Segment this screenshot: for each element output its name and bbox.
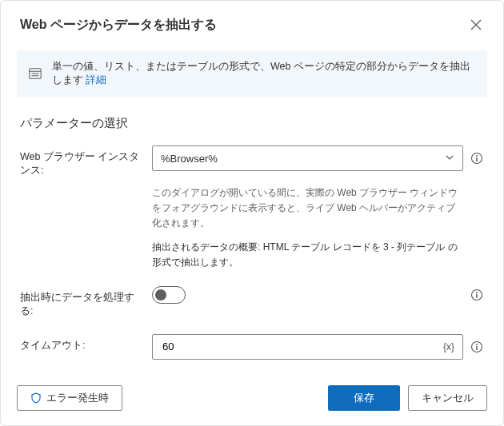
- svg-point-8: [476, 292, 478, 293]
- row-timeout: タイムアウト: {x}: [20, 326, 484, 368]
- browser-instance-value: %Browser%: [161, 153, 218, 165]
- timeout-input[interactable]: [161, 340, 438, 353]
- label-timeout: タイムアウト:: [20, 334, 144, 352]
- svg-point-11: [476, 344, 478, 345]
- field-browser-instance: %Browser%: [152, 145, 484, 171]
- close-button[interactable]: [465, 14, 487, 36]
- variable-picker-icon[interactable]: {x}: [438, 341, 454, 352]
- svg-rect-12: [476, 346, 477, 350]
- on-error-label: エラー発生時: [46, 391, 109, 405]
- close-icon: [470, 19, 482, 30]
- info-icon[interactable]: [470, 340, 484, 354]
- dialog-title: Web ページからデータを抽出する: [20, 17, 217, 34]
- web-extract-icon: [28, 66, 42, 82]
- row-browser-instance: Web ブラウザー インスタンス: %Browser%: [20, 137, 484, 185]
- cancel-label: キャンセル: [422, 391, 474, 405]
- info-banner-text: 単一の値、リスト、またはテーブルの形式で、Web ページの特定の部分からデータを…: [52, 60, 476, 87]
- label-process-on-extract: 抽出時にデータを処理する:: [20, 286, 144, 318]
- field-timeout: {x}: [152, 334, 484, 360]
- info-banner: 単一の値、リスト、またはテーブルの形式で、Web ページの特定の部分からデータを…: [17, 50, 487, 97]
- chevron-down-icon: [445, 153, 454, 165]
- save-button[interactable]: 保存: [328, 385, 400, 411]
- info-icon[interactable]: [470, 288, 484, 302]
- shield-icon: [30, 392, 42, 404]
- browser-instance-select[interactable]: %Browser%: [152, 145, 463, 171]
- banner-details-link[interactable]: 詳細: [86, 74, 106, 86]
- on-error-button[interactable]: エラー発生時: [17, 385, 122, 411]
- row-process-on-extract: 抽出時にデータを処理する:: [20, 278, 484, 326]
- svg-point-5: [476, 155, 478, 157]
- field-process-on-extract: [152, 286, 484, 304]
- extract-web-data-dialog: Web ページからデータを抽出する 単一の値、リスト、またはテーブルの形式で、W…: [0, 0, 504, 426]
- toggle-knob: [155, 289, 166, 301]
- cancel-button[interactable]: キャンセル: [408, 385, 487, 411]
- dialog-footer: エラー発生時 保存 キャンセル: [1, 372, 503, 425]
- browser-help-text-2: 抽出されるデータの概要: HTML テーブル レコードを 3 - 列テーブル の…: [152, 240, 462, 278]
- section-title: パラメーターの選択: [1, 106, 503, 134]
- browser-help-text-1: このダイアログが開いている間に、実際の Web ブラウザー ウィンドウをフォアグ…: [152, 185, 462, 240]
- titlebar: Web ページからデータを抽出する: [1, 1, 503, 44]
- svg-rect-6: [476, 157, 477, 161]
- form-area: Web ブラウザー インスタンス: %Browser% このダイアログが開いてい…: [1, 134, 503, 372]
- label-browser-instance: Web ブラウザー インスタンス:: [20, 145, 144, 177]
- save-label: 保存: [354, 391, 374, 405]
- process-on-extract-toggle[interactable]: [152, 286, 186, 304]
- info-icon[interactable]: [470, 151, 484, 165]
- timeout-input-wrapper: {x}: [152, 334, 463, 360]
- banner-text: 単一の値、リスト、またはテーブルの形式で、Web ページの特定の部分からデータを…: [52, 61, 470, 86]
- svg-rect-9: [476, 294, 477, 298]
